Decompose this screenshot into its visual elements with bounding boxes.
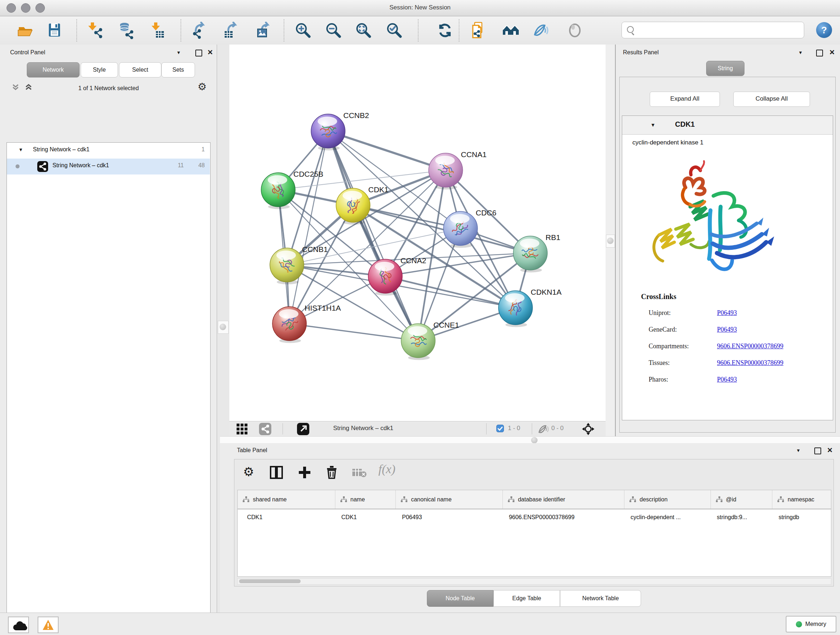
tab-string[interactable]: String [706, 61, 745, 76]
scrollbar-thumb[interactable] [239, 579, 301, 583]
table-panel-menu-icon[interactable]: ▾ [797, 447, 800, 454]
network-edge-CDK1-RB1[interactable] [353, 205, 531, 253]
network-node-CCNA2[interactable] [368, 259, 402, 296]
network-edge-CCNB2-HIST1H1A[interactable] [289, 131, 328, 324]
table-panel-float-icon[interactable] [814, 448, 821, 454]
table-horizontal-scrollbar[interactable] [237, 578, 831, 585]
network-node-CDKN1A[interactable] [499, 291, 532, 327]
search-input[interactable] [622, 22, 804, 38]
string-home-icon[interactable] [502, 22, 519, 39]
table-cell[interactable]: stringdb [772, 509, 831, 525]
save-session-icon[interactable] [46, 22, 63, 39]
control-panel-menu-icon[interactable]: ▾ [177, 49, 180, 56]
control-panel-close-icon[interactable]: ✕ [207, 48, 213, 57]
column-header-name[interactable]: name [335, 490, 396, 509]
zoom-in-icon[interactable] [294, 22, 312, 39]
table-panel-close-icon[interactable]: ✕ [827, 446, 833, 454]
memory-button[interactable]: Memory [786, 616, 836, 632]
table-cell[interactable]: 9606.ENSP00000378699 [502, 509, 624, 525]
network-options-gear-icon[interactable]: ⚙ [197, 81, 207, 93]
import-table-icon[interactable] [149, 22, 166, 39]
enhanced-graphics-icon[interactable] [532, 22, 549, 39]
right-splitter[interactable] [606, 44, 615, 436]
crosslink-value[interactable]: 9606.ENSP00000378699 [717, 359, 783, 367]
column-header-namespac[interactable]: namespac [772, 490, 831, 509]
tab-style[interactable]: Style [81, 62, 118, 78]
cloud-button[interactable] [8, 616, 29, 633]
import-network-file-icon[interactable] [86, 22, 103, 39]
section-disclosure-icon[interactable]: ▼ [651, 122, 655, 128]
help-icon[interactable]: ? [816, 22, 832, 38]
export-network-icon[interactable] [191, 22, 208, 39]
crosslink-value[interactable]: 9606.ENSP00000378699 [717, 342, 783, 350]
node-table[interactable]: shared namenamecanonical namedatabase id… [237, 490, 831, 577]
network-edge-CCNE1-HIST1H1A[interactable] [289, 324, 418, 340]
column-header-canonical-name[interactable]: canonical name [395, 490, 502, 509]
zoom-selected-icon[interactable] [386, 22, 403, 39]
import-network-database-icon[interactable] [117, 22, 134, 39]
open-session-icon[interactable] [17, 22, 34, 39]
hidden-items-icon[interactable] [538, 424, 549, 436]
network-edge-CCNA2-CDKN1A[interactable] [385, 276, 515, 308]
network-node-CCNA1[interactable] [429, 153, 463, 190]
crosslink-value[interactable]: P06493 [717, 326, 737, 333]
column-header-description[interactable]: description [624, 490, 711, 509]
expand-all-button[interactable]: Expand All [650, 92, 720, 107]
network-node-RB1[interactable] [513, 236, 547, 272]
tab-network-table[interactable]: Network Table [560, 590, 641, 607]
network-collection-row[interactable]: ▼ String Network – cdk1 1 [7, 143, 210, 158]
network-edge-CCNB2-CCNE1[interactable] [328, 131, 418, 340]
table-settings-gear-icon[interactable]: ⚙ [243, 464, 254, 479]
network-node-CDC6[interactable] [444, 211, 477, 248]
show-columns-icon[interactable] [270, 466, 283, 480]
crosslink-value[interactable]: P06493 [717, 309, 737, 317]
selected-checkbox-icon[interactable] [496, 424, 504, 432]
table-cell[interactable]: P06493 [395, 509, 502, 525]
results-panel-close-icon[interactable]: ✕ [829, 48, 835, 57]
tab-node-table[interactable]: Node Table [427, 590, 493, 607]
table-cell[interactable]: stringdb:9... [711, 509, 772, 525]
refresh-icon[interactable] [436, 22, 454, 39]
cdk1-section-header[interactable]: ▼ CDK1 [622, 116, 833, 135]
show-graphics-icon[interactable] [567, 22, 584, 39]
function-builder-icon[interactable]: f(x) [378, 462, 395, 476]
column-header-database-identifier[interactable]: database identifier [502, 490, 624, 509]
results-panel-menu-icon[interactable]: ▾ [799, 49, 802, 56]
string-gray-icon[interactable] [259, 423, 271, 435]
collapse-all-button[interactable]: Collapse All [733, 92, 810, 107]
crosslink-value[interactable]: P06493 [717, 376, 737, 383]
tab-select[interactable]: Select [119, 62, 161, 78]
network-node-CDC25B[interactable] [261, 173, 295, 209]
tab-edge-table[interactable]: Edge Table [493, 590, 560, 607]
column-header--id[interactable]: @id [711, 490, 772, 509]
delete-column-icon[interactable] [325, 465, 338, 480]
tab-sets[interactable]: Sets [161, 62, 195, 78]
table-cell[interactable]: CDK1 [335, 509, 396, 525]
results-panel-float-icon[interactable] [816, 50, 823, 57]
network-node-HIST1H1A[interactable] [272, 307, 306, 343]
open-in-window-icon[interactable] [297, 423, 309, 435]
export-table-icon[interactable] [223, 22, 240, 39]
network-node-CDK1[interactable] [336, 188, 370, 225]
export-image-icon[interactable] [255, 22, 272, 39]
toolbar-separator [180, 19, 181, 42]
delete-table-icon[interactable] [352, 467, 367, 480]
network-edge-CCNB2-CCNA1[interactable] [328, 131, 446, 170]
share-publication-icon[interactable] [471, 22, 488, 39]
column-header-shared-name[interactable]: shared name [238, 490, 335, 509]
network-row[interactable]: String Network – cdk1 11 48 [7, 158, 210, 174]
fit-content-crosshair-icon[interactable] [582, 423, 595, 437]
network-canvas[interactable]: CCNB2CCNA1CDC25BCDK1CDC6RB1CCNB1CCNA2CDK… [229, 44, 606, 421]
control-panel-float-icon[interactable] [195, 50, 202, 57]
table-cell[interactable]: CDK1 [238, 509, 335, 525]
network-node-CCNE1[interactable] [401, 324, 435, 360]
table-cell[interactable]: cyclin-dependent ... [624, 509, 711, 525]
add-column-icon[interactable] [298, 466, 311, 480]
zoom-fit-icon[interactable] [355, 22, 372, 39]
tab-network[interactable]: Network [27, 62, 80, 78]
zoom-out-icon[interactable] [325, 22, 342, 39]
collection-disclosure-icon[interactable]: ▼ [19, 147, 23, 152]
table-row[interactable]: CDK1CDK1P064939606.ENSP00000378699cyclin… [238, 509, 831, 525]
warning-button[interactable] [38, 616, 58, 633]
birdseye-grid-icon[interactable] [237, 424, 248, 436]
